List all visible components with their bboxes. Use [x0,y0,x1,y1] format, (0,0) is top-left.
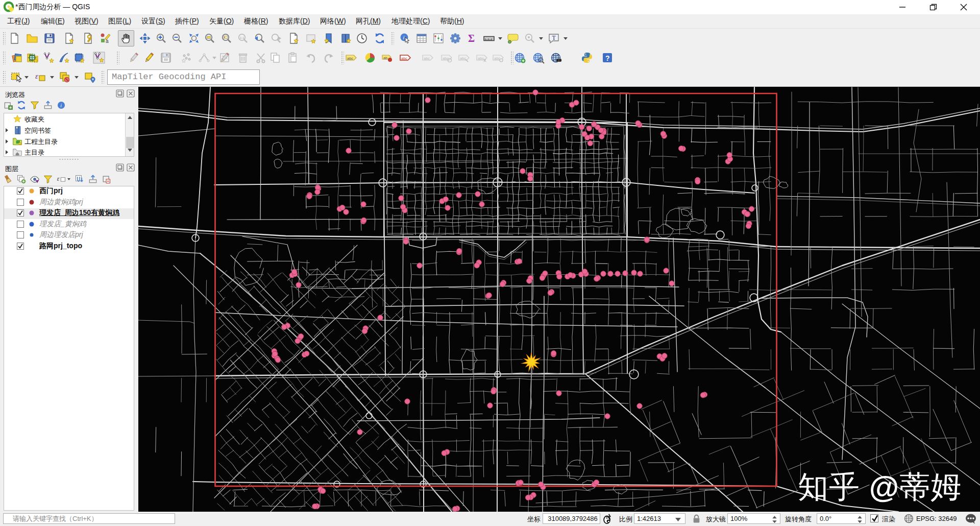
svg-text:ab: ab [383,56,387,60]
svg-text:abc: abc [424,56,430,61]
svg-text:i: i [60,103,62,108]
svg-text:a: a [106,38,109,44]
svg-text:ε: ε [57,176,60,182]
svg-text:i: i [403,34,405,40]
svg-text:abc: abc [494,56,500,61]
svg-text:abc: abc [401,56,407,61]
svg-text:1:1: 1:1 [240,36,244,39]
svg-text:abc: abc [347,56,353,61]
svg-text:T: T [552,34,556,41]
svg-text:abc: abc [478,56,484,61]
svg-text:?: ? [605,54,610,62]
svg-text:Σ: Σ [468,33,475,44]
svg-text:abc: abc [460,56,466,61]
svg-text:ε: ε [35,72,38,80]
